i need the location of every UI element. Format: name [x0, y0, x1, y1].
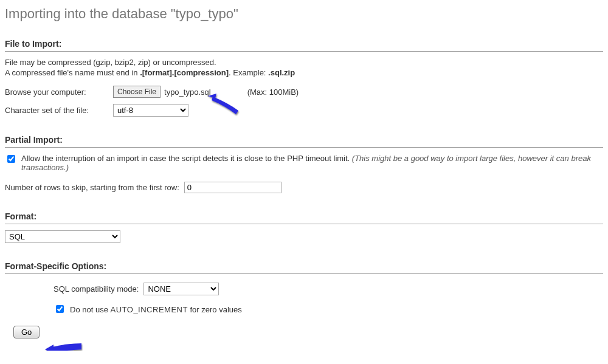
chosen-file-name: typo_typo.sql: [164, 88, 211, 97]
browse-label: Browse your computer:: [5, 88, 108, 97]
compat-label: SQL compatibility mode:: [54, 284, 139, 294]
go-button[interactable]: Go: [13, 326, 40, 338]
no-autoincrement-label: Do not use AUTO_INCREMENT for zero value…: [70, 305, 242, 314]
partial-import-heading: Partial Import:: [5, 135, 603, 148]
max-size-label: (Max: 100MiB): [247, 88, 299, 97]
fso-heading: Format-Specific Options:: [5, 261, 603, 274]
compat-select[interactable]: NONE: [143, 283, 219, 295]
file-name-format-desc: A compressed file's name must end in .[f…: [5, 68, 603, 77]
file-compress-desc: File may be compressed (gzip, bzip2, zip…: [5, 58, 603, 67]
allow-interrupt-label: Allow the interruption of an import in c…: [21, 154, 603, 172]
annotation-arrow-icon: [43, 338, 85, 351]
format-select[interactable]: SQL: [5, 230, 120, 243]
charset-label: Character set of the file:: [5, 106, 108, 115]
format-heading: Format:: [5, 211, 603, 224]
page-title: Importing into the database "typo_typo": [5, 6, 603, 22]
svg-marker-1: [45, 345, 54, 351]
allow-interrupt-checkbox[interactable]: [7, 155, 15, 163]
file-to-import-heading: File to Import:: [5, 39, 603, 52]
skip-rows-label: Number of rows to skip, starting from th…: [5, 183, 179, 192]
choose-file-button[interactable]: Choose File: [113, 86, 161, 98]
skip-rows-input[interactable]: [184, 182, 282, 193]
no-autoincrement-checkbox[interactable]: [56, 305, 64, 313]
charset-select[interactable]: utf-8: [113, 104, 188, 117]
